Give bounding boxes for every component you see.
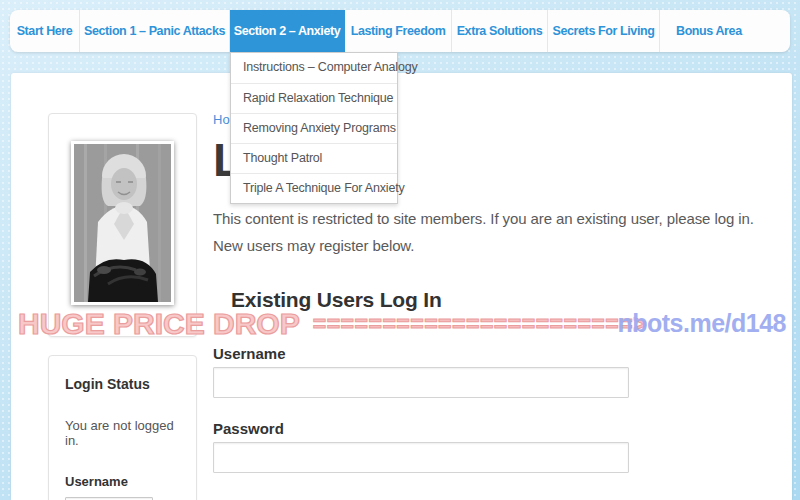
password-label: Password: [213, 420, 778, 437]
sidebar-photo-card: [48, 113, 197, 337]
menu-item-triple-a-technique[interactable]: Triple A Technique For Anxiety: [231, 173, 397, 203]
nav-item-section-2-anxiety[interactable]: Section 2 – Anxiety: [230, 10, 345, 52]
nav-item-bonus-area[interactable]: Bonus Area: [660, 10, 790, 52]
login-status-text: You are not logged in.: [65, 418, 180, 448]
username-input[interactable]: [213, 367, 629, 398]
password-input[interactable]: [213, 442, 629, 473]
portrait-photo: [71, 141, 174, 305]
nav-item-secrets-for-living[interactable]: Secrets For Living: [548, 10, 660, 52]
section-2-anxiety-dropdown-menu: Instructions – Computer Analogy Rapid Re…: [230, 52, 398, 204]
sidebar-username-label: Username: [65, 474, 180, 489]
restricted-content-notice: This content is restricted to site membe…: [213, 205, 773, 259]
menu-item-instructions-computer-analogy[interactable]: Instructions – Computer Analogy: [231, 53, 397, 83]
username-label: Username: [213, 345, 778, 362]
menu-item-removing-anxiety-programs[interactable]: Removing Anxiety Programs: [231, 113, 397, 143]
menu-item-thought-patrol[interactable]: Thought Patrol: [231, 143, 397, 173]
nav-item-start-here[interactable]: Start Here: [10, 10, 80, 52]
login-status-widget: Login Status You are not logged in. User…: [48, 355, 197, 500]
existing-users-login-heading: Existing Users Log In: [231, 288, 778, 312]
nav-item-section-1-panic-attacks[interactable]: Section 1 – Panic Attacks: [80, 10, 230, 52]
nav-item-extra-solutions[interactable]: Extra Solutions: [452, 10, 548, 52]
nav-item-lasting-freedom[interactable]: Lasting Freedom: [345, 10, 452, 52]
main-navbar: Start Here Section 1 – Panic Attacks Sec…: [10, 10, 790, 52]
login-status-heading: Login Status: [65, 376, 180, 392]
menu-item-rapid-relaxation-technique[interactable]: Rapid Relaxation Technique: [231, 83, 397, 113]
